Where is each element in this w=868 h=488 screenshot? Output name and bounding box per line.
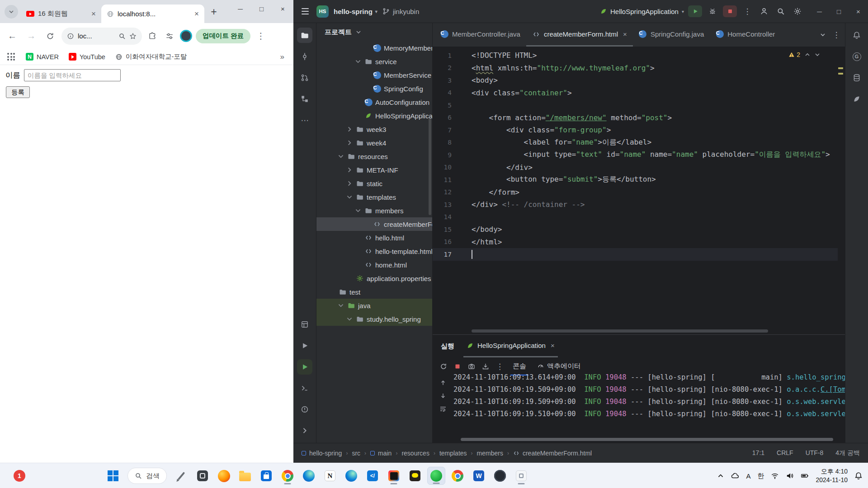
back-button[interactable]: ← xyxy=(5,28,20,44)
console-horizontal-scrollbar[interactable] xyxy=(433,437,845,443)
breadcrumb-templates[interactable]: templates xyxy=(439,450,467,457)
profile-avatar[interactable] xyxy=(180,30,192,42)
caret-position[interactable]: 17:1 xyxy=(752,449,764,457)
commit-icon[interactable] xyxy=(297,49,312,64)
microsoft-store-icon[interactable] xyxy=(257,467,275,485)
run-button[interactable] xyxy=(688,5,702,17)
chrome-close-button[interactable]: × xyxy=(272,0,293,17)
stop-button[interactable] xyxy=(723,5,737,17)
rerun-icon[interactable] xyxy=(440,363,447,370)
forward-button[interactable]: → xyxy=(24,28,39,44)
spring-icon[interactable] xyxy=(849,91,864,107)
pull-requests-icon[interactable] xyxy=(297,70,312,85)
volume-icon[interactable] xyxy=(786,472,794,480)
warning-stripe-mark[interactable] xyxy=(838,67,843,69)
scroll-down-icon[interactable] xyxy=(439,392,447,399)
tab-close-icon[interactable]: × xyxy=(90,9,97,19)
scroll-up-icon[interactable] xyxy=(439,379,447,386)
tree-item-static[interactable]: static xyxy=(316,177,432,190)
inspection-widget[interactable]: 2 xyxy=(788,51,821,58)
search-icon[interactable] xyxy=(118,33,126,40)
run-tab[interactable]: HelloSpringApplication × xyxy=(463,335,558,357)
tab-close-icon[interactable]: × xyxy=(623,30,627,38)
pen-icon[interactable] xyxy=(172,467,190,485)
vcs-widget[interactable]: jinkyubin xyxy=(382,8,419,15)
file-explorer-icon[interactable] xyxy=(236,467,254,485)
notion-icon[interactable] xyxy=(321,467,339,485)
ide-close-button[interactable]: × xyxy=(849,0,868,23)
tree-item-service[interactable]: service xyxy=(316,55,432,68)
file-encoding[interactable]: UTF-8 xyxy=(806,449,824,457)
new-tab-button[interactable]: + xyxy=(206,4,222,19)
debug-button[interactable] xyxy=(706,5,719,18)
edge-icon[interactable] xyxy=(300,467,318,485)
word-icon[interactable] xyxy=(470,467,488,485)
breadcrumb-main[interactable]: main xyxy=(370,450,392,457)
run-window-icon[interactable] xyxy=(297,359,312,375)
bookmark-item[interactable]: NNAVER xyxy=(22,51,62,62)
submit-button[interactable]: 등록 xyxy=(6,86,30,98)
browser-tab[interactable]: 16 회원웹× xyxy=(21,5,101,23)
more-toolwindows-icon[interactable] xyxy=(297,423,312,438)
battery-icon[interactable] xyxy=(801,472,809,480)
tree-item-MemoryMemberR[interactable]: MemoryMemberR xyxy=(316,41,432,55)
bookmark-star-icon[interactable] xyxy=(129,33,137,40)
extensions-icon[interactable] xyxy=(146,29,159,43)
more-icon[interactable]: ⋯ xyxy=(297,113,312,128)
notifications-icon[interactable] xyxy=(849,28,864,43)
tray-overflow-icon[interactable] xyxy=(717,472,724,479)
stop-icon[interactable] xyxy=(454,363,461,370)
taskbar-search[interactable]: 검색 xyxy=(127,468,167,484)
editor-tab-MemberController.java[interactable]: MemberController.java xyxy=(434,23,526,47)
code-editor[interactable]: 1<!DOCTYPE HTML>2<html xmlns:th="http://… xyxy=(433,47,845,334)
apps-grid-icon[interactable] xyxy=(7,53,15,61)
bookmark-item[interactable]: YouTube xyxy=(65,51,109,62)
browser-tab[interactable]: localhost:8...× xyxy=(101,5,204,23)
kakaotalk-icon[interactable] xyxy=(406,467,424,485)
user-icon[interactable] xyxy=(758,5,770,18)
tab-close-icon[interactable]: × xyxy=(193,9,200,19)
tree-item-java[interactable]: java xyxy=(316,299,432,312)
chrome-icon[interactable] xyxy=(278,467,297,485)
address-bar[interactable]: loc... xyxy=(61,28,142,45)
thread-dump-icon[interactable] xyxy=(482,363,489,370)
wifi-icon[interactable] xyxy=(771,472,779,480)
ide-maximize-button[interactable]: □ xyxy=(829,0,849,23)
project-panel-header[interactable]: 프로젝트 xyxy=(316,23,432,41)
tree-item-HelloSpringApplicati[interactable]: HelloSpringApplicati xyxy=(316,109,432,122)
next-problem-icon[interactable] xyxy=(814,52,821,58)
chrome-icon-2[interactable] xyxy=(448,467,467,485)
update-button[interactable]: 업데이트 완료 xyxy=(196,29,250,43)
green-app-icon[interactable] xyxy=(427,467,445,485)
run-more-icon[interactable]: ⋮ xyxy=(741,5,754,18)
notification-center-icon[interactable] xyxy=(854,472,863,480)
soft-wrap-icon[interactable] xyxy=(439,405,447,413)
warning-stripe-mark[interactable] xyxy=(838,73,843,75)
tree-item-study.hello_spring[interactable]: study.hello_spring xyxy=(316,312,432,326)
project-selector[interactable]: hello-spring▾ xyxy=(334,8,377,15)
firefox-icon[interactable] xyxy=(215,467,233,485)
tree-item-application.properties[interactable]: application.properties xyxy=(316,272,432,285)
tree-item-hello.html[interactable]: hello.html xyxy=(316,231,432,244)
vscode-icon[interactable] xyxy=(363,467,382,485)
editor-tab-SpringConfig.java[interactable]: SpringConfig.java xyxy=(633,23,710,47)
chrome-menu-icon[interactable]: ⋮ xyxy=(254,29,268,43)
breadcrumb-members[interactable]: members xyxy=(477,450,503,457)
dark-app-icon[interactable] xyxy=(491,467,509,485)
terminal-icon[interactable] xyxy=(297,380,312,396)
chrome-maximize-button[interactable]: □ xyxy=(251,0,272,17)
tree-item-home.html[interactable]: home.html xyxy=(316,258,432,272)
snipping-tool-icon[interactable] xyxy=(193,467,212,485)
database-icon[interactable] xyxy=(849,70,864,85)
main-menu-icon[interactable] xyxy=(299,5,311,18)
side-panel-icon[interactable] xyxy=(163,29,176,43)
run-toolbar-more-icon[interactable]: ⋮ xyxy=(496,362,504,371)
breadcrumb-resources[interactable]: resources xyxy=(401,450,429,457)
screenshot-icon[interactable] xyxy=(468,363,475,370)
tree-item-MemberService[interactable]: MemberService xyxy=(316,68,432,82)
tree-item-AutoConfiguration[interactable]: AutoConfiguration xyxy=(316,95,432,109)
run-configuration-selector[interactable]: HelloSpringApplication▾ xyxy=(600,8,684,15)
breadcrumb-hello-spring[interactable]: hello-spring xyxy=(302,450,342,457)
structure-icon[interactable] xyxy=(297,91,312,107)
hidden-tabs-icon[interactable] xyxy=(817,28,829,41)
